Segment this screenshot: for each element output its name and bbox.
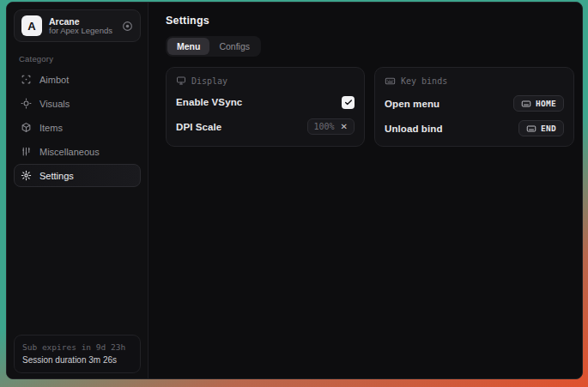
sidebar-item-label: Items [39,123,63,133]
dpi-value: 100% [314,122,335,131]
settings-tab-group: Menu Configs [166,36,261,57]
crosshair-icon [21,74,32,85]
sidebar-item-visuals[interactable]: Visuals [14,92,141,115]
open-menu-keybind-button[interactable]: HOME [513,95,564,112]
cube-icon [21,122,32,133]
sidebar-item-label: Visuals [39,99,70,109]
unload-bind-row: Unload bind END [385,120,564,136]
unload-key-label: END [541,124,556,133]
vsync-row: Enable VSync [176,94,355,110]
arcane-window: A Arcane for Apex Legends Category [6,2,583,379]
sidebar-item-label: Miscellaneous [39,147,100,157]
eye-focus-icon [21,98,32,109]
sidebar-item-label: Settings [39,171,74,181]
category-nav: Aimbot Visuals [14,67,141,187]
sidebar-item-label: Aimbot [39,75,69,85]
check-icon [344,98,353,106]
close-icon[interactable]: ✕ [341,123,348,131]
keybinds-card-title: Key binds [401,76,447,86]
game-backdrop: A Arcane for Apex Legends Category [0,0,588,387]
dpi-label: DPI Scale [176,122,221,132]
monitor-icon [176,76,186,86]
keybinds-card: Key binds Open menu HOME [374,67,574,147]
sidebar-item-settings[interactable]: Settings [14,164,141,187]
session-duration-text: Session duration 3m 26s [22,354,132,366]
open-menu-key-label: HOME [536,99,556,108]
app-logo: A [21,15,42,36]
app-titles: Arcane for Apex Legends [49,16,115,36]
sliders-icon [21,146,32,157]
page-title: Settings [166,15,574,27]
open-menu-label: Open menu [385,99,439,109]
tab-configs[interactable]: Configs [209,38,259,55]
open-menu-row: Open menu HOME [385,95,564,112]
sidebar-item-miscellaneous[interactable]: Miscellaneous [14,140,141,163]
display-card-header: Display [176,76,355,86]
dpi-scale-input[interactable]: 100% ✕ [307,118,355,135]
unload-bind-label: Unload bind [385,124,443,134]
main-content: Settings Menu Configs Display [149,3,583,378]
keyboard-icon [526,124,536,134]
sidebar: A Arcane for Apex Legends Category [7,3,149,378]
sidebar-item-items[interactable]: Items [14,116,141,139]
dpi-row: DPI Scale 100% ✕ [176,118,355,135]
sidebar-item-aimbot[interactable]: Aimbot [14,68,141,91]
target-icon[interactable] [122,21,133,32]
app-name: Arcane [49,16,115,27]
keyboard-icon [521,99,531,109]
unload-keybind-button[interactable]: END [518,120,564,136]
vsync-label: Enable VSync [176,97,242,107]
gear-icon [21,170,32,181]
sub-expiry-text: Sub expires in 9d 23h [22,342,132,354]
vsync-checkbox[interactable] [342,96,355,109]
tab-menu[interactable]: Menu [167,38,209,55]
app-header-card: A Arcane for Apex Legends [14,9,141,42]
app-subtitle: for Apex Legends [49,27,115,36]
display-card: Display Enable VSync [166,67,365,147]
keyboard-icon [385,76,396,87]
settings-cards: Display Enable VSync [166,67,574,147]
subscription-info-card: Sub expires in 9d 23h Session duration 3… [14,335,141,373]
keybinds-card-header: Key binds [385,76,564,87]
display-card-title: Display [191,76,227,86]
category-label: Category [19,54,141,63]
